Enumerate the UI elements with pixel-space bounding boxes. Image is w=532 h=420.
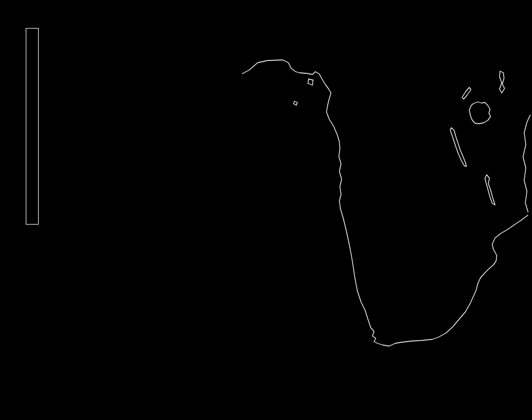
colorbar [26,28,39,225]
albedo-data-field [0,0,532,420]
status-bar [0,407,532,420]
albedo-map-window [0,0,532,420]
